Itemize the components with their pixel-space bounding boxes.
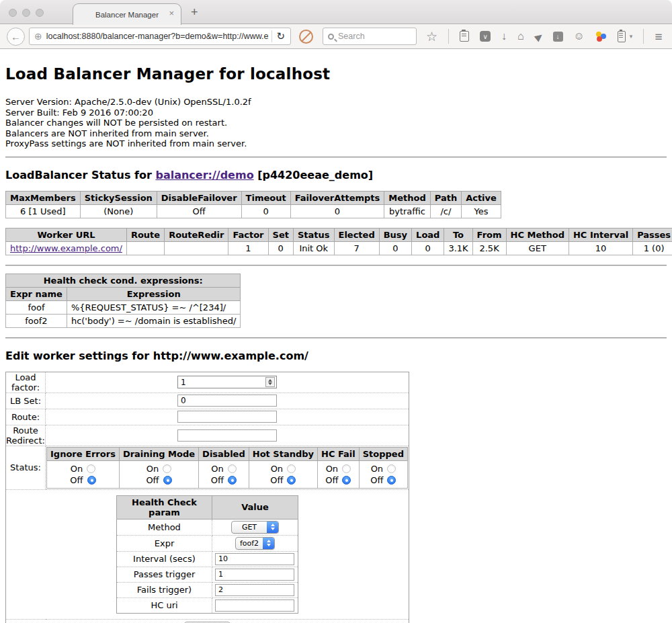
tab-close-icon[interactable]: × bbox=[169, 9, 174, 17]
route-redirect-input[interactable] bbox=[177, 429, 277, 442]
status-label: Status: bbox=[6, 446, 46, 489]
browser-tab[interactable]: Balancer Manager × bbox=[73, 3, 181, 25]
col-passes: Passes bbox=[633, 228, 672, 241]
status-on-radio[interactable] bbox=[387, 464, 396, 473]
cell-method: bytraffic bbox=[384, 204, 430, 218]
col-elected: Elected bbox=[334, 228, 379, 241]
status-on-radio[interactable] bbox=[287, 464, 296, 473]
status-off-radio[interactable] bbox=[387, 476, 396, 485]
edit-worker-form: Load factor: LB Set: Route: bbox=[5, 372, 409, 623]
col-expression: Expression bbox=[67, 287, 241, 300]
table-title-row: Health check cond. expressions: bbox=[6, 274, 241, 287]
status-off-radio[interactable] bbox=[163, 476, 172, 485]
edit-worker-heading: Edit worker settings for http://www.exam… bbox=[5, 349, 667, 362]
new-tab-button[interactable]: + bbox=[191, 5, 198, 19]
reload-icon[interactable]: ↻ bbox=[274, 30, 290, 42]
hamburger-menu-icon[interactable]: ≡ bbox=[655, 30, 662, 43]
pocket-icon[interactable]: ∨ bbox=[480, 31, 491, 42]
lb-set-input[interactable] bbox=[177, 394, 277, 407]
search-input[interactable]: Search bbox=[323, 28, 417, 45]
expr-select[interactable]: foof2 bbox=[235, 537, 275, 550]
plugin-blocked-icon[interactable] bbox=[299, 30, 313, 44]
col-draining-mode: Draining Mode bbox=[119, 447, 198, 460]
status-off-radio[interactable] bbox=[287, 476, 296, 485]
search-placeholder: Search bbox=[338, 32, 365, 41]
reading-list-icon[interactable] bbox=[460, 31, 469, 42]
table-header-row: MaxMembers StickySession DisableFailover… bbox=[6, 191, 501, 204]
status-off-radio[interactable] bbox=[228, 476, 237, 485]
col-active: Active bbox=[462, 191, 501, 204]
cell-factor: 1 bbox=[228, 241, 268, 255]
send-plane-icon[interactable]: ▶ bbox=[532, 30, 544, 42]
cell-route bbox=[126, 241, 164, 255]
select-stepper-icon bbox=[267, 522, 278, 533]
load-factor-input[interactable] bbox=[177, 376, 277, 388]
status-on-radio[interactable] bbox=[342, 464, 351, 473]
cell-elected: 7 bbox=[334, 241, 379, 255]
status-on-radio[interactable] bbox=[87, 464, 95, 473]
number-stepper-icon[interactable] bbox=[265, 377, 275, 387]
inherit-note-line: Balancers are NOT inherited from main se… bbox=[5, 128, 667, 139]
separator bbox=[5, 265, 667, 266]
cell-to: 3.1K bbox=[444, 241, 472, 255]
window-zoom-button[interactable] bbox=[36, 9, 44, 17]
save-panel-icon[interactable]: ↓ bbox=[553, 32, 563, 42]
form-row-lb-set: LB Set: bbox=[6, 392, 409, 409]
cell-routeredir bbox=[165, 241, 228, 255]
on-label: On bbox=[326, 464, 338, 474]
url-text: localhost:8880/balancer-manager?b=demo&w… bbox=[46, 32, 269, 41]
window-minimize-button[interactable] bbox=[22, 9, 30, 17]
cell-maxmembers: 6 [1 Used] bbox=[6, 204, 81, 218]
form-row-route-redirect: Route Redirect: bbox=[6, 425, 409, 446]
form-row-status: Status: Ignore Errors Draining Mode Disa… bbox=[6, 446, 409, 489]
on-label: On bbox=[271, 464, 283, 474]
window-close-button[interactable] bbox=[9, 9, 17, 17]
status-radio-row: On Off On Off On Off bbox=[47, 460, 408, 488]
balancer-demo-link[interactable]: balancer://demo bbox=[155, 169, 253, 181]
table-row: 6 [1 Used] (None) Off 0 0 bytraffic /c/ … bbox=[6, 204, 501, 218]
url-bar[interactable]: ⊕ localhost:8880/balancer-manager?b=demo… bbox=[29, 28, 291, 45]
dropdown-caret-icon[interactable]: ▾ bbox=[630, 33, 633, 40]
page-title: Load Balancer Manager for localhost bbox=[5, 65, 667, 83]
col-expr-name: Expr name bbox=[6, 287, 67, 300]
status-cell-draining-mode: On Off bbox=[119, 460, 198, 488]
interval-input[interactable] bbox=[215, 553, 294, 565]
load-factor-field[interactable] bbox=[178, 376, 264, 388]
col-to: To bbox=[444, 228, 472, 241]
cell-disablefailover: Off bbox=[157, 204, 241, 218]
downloads-icon[interactable]: ↓ bbox=[501, 31, 507, 42]
status-off-radio[interactable] bbox=[342, 476, 351, 485]
toolbar-separator bbox=[643, 29, 644, 44]
method-select[interactable]: GET bbox=[231, 521, 279, 534]
smiley-feedback-icon[interactable]: ☺ bbox=[574, 31, 585, 42]
hc-uri-input[interactable] bbox=[215, 599, 294, 612]
colored-dots-icon[interactable] bbox=[595, 31, 607, 42]
col-hot-standby: Hot Standby bbox=[249, 447, 317, 460]
col-routeredir: RouteRedir bbox=[165, 228, 228, 241]
bookmark-star-icon[interactable]: ☆ bbox=[426, 30, 437, 43]
cell-active: Yes bbox=[462, 204, 501, 218]
status-off-radio[interactable] bbox=[87, 476, 96, 485]
lb-set-label: LB Set: bbox=[6, 392, 46, 409]
cell-path: /c/ bbox=[430, 204, 461, 218]
fails-input[interactable] bbox=[215, 584, 294, 596]
cell-from: 2.5K bbox=[472, 241, 506, 255]
worker-url-link[interactable]: http://www.example.com/ bbox=[10, 243, 122, 253]
battery-clipboard-icon[interactable] bbox=[618, 31, 626, 42]
col-disabled: Disabled bbox=[199, 447, 249, 460]
lb-status-suffix: [p4420eeae_demo] bbox=[254, 169, 374, 181]
on-label: On bbox=[146, 464, 159, 474]
back-button[interactable]: ← bbox=[7, 28, 25, 46]
passes-input[interactable] bbox=[215, 569, 294, 581]
page-content: Load Balancer Manager for localhost Serv… bbox=[0, 49, 672, 623]
cell-expr-name: foof2 bbox=[6, 314, 67, 327]
status-on-radio[interactable] bbox=[228, 464, 237, 473]
hc-expressions-title: Health check cond. expressions: bbox=[6, 274, 241, 287]
status-cell-disabled: On Off bbox=[199, 460, 249, 488]
status-on-radio[interactable] bbox=[163, 464, 171, 473]
route-input[interactable] bbox=[177, 411, 277, 423]
hc-row-method: Method GET bbox=[117, 519, 298, 535]
form-row-hc-params: Health Check param Value Method GET bbox=[6, 489, 409, 619]
home-icon[interactable]: ⌂ bbox=[517, 31, 524, 42]
col-ignore-errors: Ignore Errors bbox=[47, 447, 120, 460]
